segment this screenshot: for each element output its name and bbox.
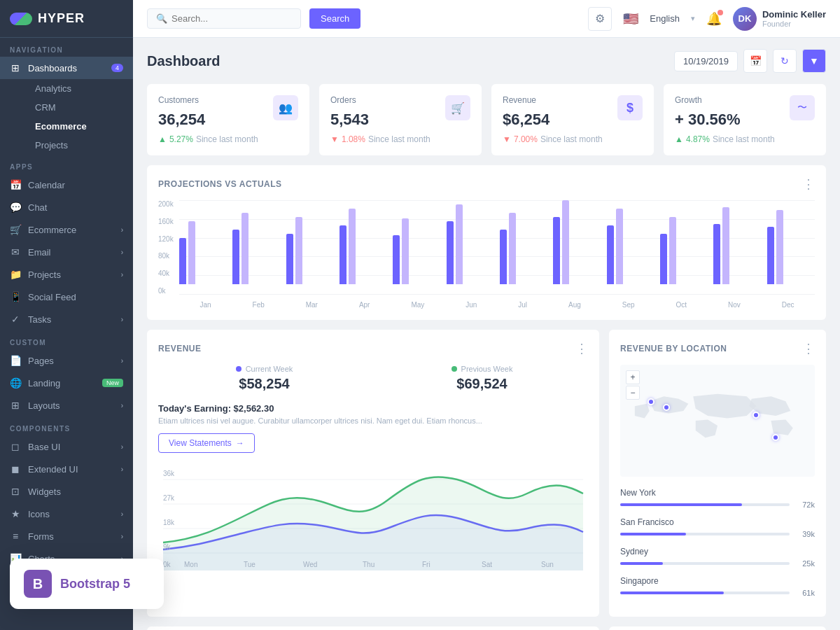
extended-ui-icon: ◼ (10, 463, 21, 475)
singapore-item: Singapore 61k (620, 576, 815, 597)
sidebar-item-extended-ui[interactable]: ◼ Extended UI › (0, 458, 133, 480)
world-map: + − (620, 365, 815, 477)
projects-label: Projects (35, 140, 68, 150)
sidebar-item-tasks[interactable]: ✓ Tasks › (0, 308, 133, 330)
bar-group-Jun (447, 204, 494, 284)
sidebar: HYPER NAVIGATION ⊞ Dashboards 4 Analytic… (0, 0, 133, 630)
icons-icon: ★ (10, 508, 21, 519)
growth-change: ▲ 4.87% Since last month (675, 134, 815, 144)
dashboards-submenu: Analytics CRM Ecommerce Projects (0, 79, 133, 155)
user-text: Dominic Keller Founder (762, 9, 826, 28)
search-button[interactable]: Search (309, 8, 360, 29)
pages-chevron-icon: › (121, 357, 123, 365)
calendar-button[interactable]: 📅 (743, 49, 767, 73)
projected-bar-Jan (188, 221, 195, 284)
crm-label: CRM (35, 102, 56, 113)
email-chevron-icon: › (121, 248, 123, 256)
svg-text:36k: 36k (163, 470, 175, 477)
search-input[interactable] (172, 13, 270, 24)
san-francisco-name: San Francisco (620, 517, 815, 527)
current-week-label: Current Week (158, 365, 370, 373)
notifications-button[interactable]: 🔔 (706, 11, 722, 27)
topbar: 🔍 Search ⚙ 🇺🇸 English ▾ 🔔 DK Dominic Kel… (133, 0, 840, 38)
revenue-change: ▼ 7.00% Since last month (503, 134, 643, 144)
sidebar-item-pages[interactable]: 📄 Pages › (0, 349, 133, 372)
sidebar-item-layouts[interactable]: ⊞ Layouts › (0, 394, 133, 416)
bar-group-Apr (340, 209, 387, 284)
language-selector[interactable]: English (650, 13, 680, 24)
current-week-dot (236, 366, 241, 372)
sidebar-item-landing[interactable]: 🌐 Landing New (0, 372, 133, 394)
projections-title: PROJECTIONS VS ACTUALS (158, 179, 282, 189)
growth-stat-card: Growth + 30.56% ▲ 4.87% Since last month… (664, 84, 826, 155)
chat-label: Chat (28, 202, 47, 213)
chat-icon: 💬 (10, 202, 21, 213)
ecommerce-label: Ecommerce (35, 121, 87, 132)
sydney-item: Sydney 25k (620, 547, 815, 568)
growth-icon: 〜 (790, 95, 815, 120)
projected-bar-Mar (295, 217, 302, 284)
sidebar-item-forms[interactable]: ≡ Forms › (0, 525, 133, 547)
customers-up-icon: ▲ (158, 134, 167, 144)
customers-icon: 👥 (273, 95, 298, 120)
svg-text:Wed: Wed (303, 561, 317, 568)
san-francisco-item: San Francisco 39k (620, 517, 815, 538)
page-header: Dashboard 10/19/2019 📅 ↻ ▼ (147, 49, 826, 73)
total-sales-card: TOTAL SALES Export ↓ Product Price Qty A… (147, 626, 599, 630)
flag-icon: 🇺🇸 (623, 11, 638, 27)
projected-bar-Jul (509, 213, 516, 284)
forms-chevron-icon: › (121, 533, 123, 540)
projections-more-button[interactable]: ⋮ (802, 176, 815, 192)
nav-section-label: NAVIGATION (0, 38, 133, 57)
previous-week-value: $69,524 (376, 376, 588, 392)
user-role: Founder (762, 20, 826, 28)
revenue-more-button[interactable]: ⋮ (575, 341, 588, 356)
projected-bar-Feb (241, 213, 248, 284)
base-ui-label: Base UI (28, 442, 60, 452)
email-icon: ✉ (10, 246, 21, 258)
sidebar-item-ecommerce-app[interactable]: 🛒 Ecommerce › (0, 218, 133, 241)
page-title: Dashboard (147, 53, 220, 69)
new-york-value: 72k (795, 500, 815, 509)
actual-bar-Mar (286, 234, 293, 284)
sidebar-item-projects[interactable]: Projects (28, 136, 133, 155)
sydney-dot (772, 434, 779, 441)
settings-icon[interactable]: ⚙ (588, 7, 612, 31)
x-axis-labels: JanFebMarAprMayJunJulAugSepOctNovDec (179, 301, 815, 309)
email-label: Email (28, 247, 51, 258)
sidebar-item-base-ui[interactable]: ◻ Base UI › (0, 435, 133, 458)
sidebar-item-ecommerce[interactable]: Ecommerce (28, 117, 133, 136)
bar-group-Oct (660, 217, 708, 284)
sidebar-item-projects-app[interactable]: 📁 Projects › (0, 263, 133, 286)
custom-section-label: CUSTOM (0, 330, 133, 349)
location-more-button[interactable]: ⋮ (802, 341, 815, 356)
filter-button[interactable]: ▼ (802, 49, 826, 73)
projects-chevron-icon: › (121, 271, 123, 279)
svg-text:Fri: Fri (422, 561, 430, 568)
sidebar-item-email[interactable]: ✉ Email › (0, 241, 133, 263)
sidebar-item-social-feed[interactable]: 📱 Social Feed (0, 286, 133, 308)
sidebar-item-calendar[interactable]: 📅 Calendar (0, 174, 133, 196)
sidebar-item-chat[interactable]: 💬 Chat (0, 196, 133, 218)
analytics-label: Analytics (35, 83, 71, 94)
refresh-button[interactable]: ↻ (773, 49, 797, 73)
line-chart: 36k 27k 18k 9k 0k Mon Tue Wed Thu Fri Sa… (158, 458, 588, 570)
sidebar-item-widgets[interactable]: ⊡ Widgets (0, 480, 133, 503)
logo-text: HYPER (38, 11, 85, 26)
earning-desc: Etiam ultrices nisi vel augue. Curabitur… (158, 416, 588, 425)
extended-ui-chevron-icon: › (121, 465, 123, 473)
sidebar-item-analytics[interactable]: Analytics (28, 79, 133, 98)
user-info[interactable]: DK Dominic Keller Founder (733, 7, 826, 31)
san-francisco-value: 39k (795, 530, 815, 538)
bar-group-Feb (232, 213, 280, 284)
forms-label: Forms (28, 531, 54, 542)
sidebar-item-dashboards[interactable]: ⊞ Dashboards 4 (0, 57, 133, 79)
actual-bar-Apr (340, 225, 346, 284)
notification-dot (718, 10, 723, 15)
social-feed-icon: 📱 (10, 291, 21, 302)
sidebar-item-icons[interactable]: ★ Icons › (0, 503, 133, 525)
sidebar-item-crm[interactable]: CRM (28, 98, 133, 117)
singapore-value: 61k (795, 589, 815, 597)
actual-bar-Dec (767, 227, 774, 284)
view-statements-button[interactable]: View Statements → (158, 433, 255, 453)
